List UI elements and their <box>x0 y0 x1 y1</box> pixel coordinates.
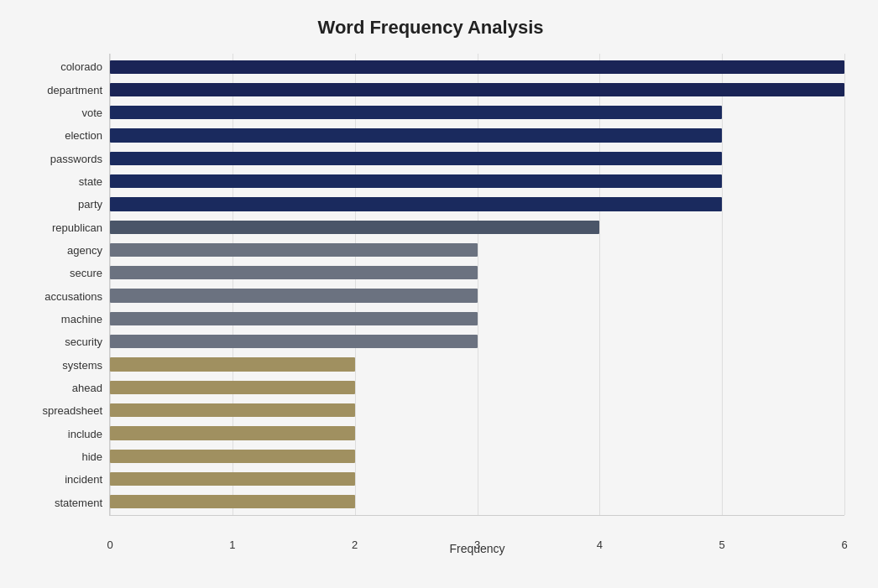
bar-row <box>110 169 844 192</box>
y-label: security <box>65 336 102 347</box>
bar <box>110 243 478 257</box>
y-label: spreadsheet <box>42 405 102 416</box>
y-label: election <box>65 130 102 141</box>
bar <box>110 289 478 302</box>
chart-title: Word Frequency Analysis <box>17 17 844 39</box>
bar <box>110 495 355 508</box>
bar-row <box>110 216 844 238</box>
bar-row <box>110 376 844 398</box>
bar <box>110 335 478 348</box>
y-label: agency <box>67 245 102 256</box>
bar <box>110 83 844 96</box>
y-label: systems <box>62 360 102 371</box>
bar-row <box>110 101 844 124</box>
bar-row <box>110 78 844 101</box>
bar-row <box>110 284 844 307</box>
bar <box>110 60 844 74</box>
bar-row <box>110 330 844 353</box>
bar <box>110 472 355 486</box>
bar-row <box>110 193 844 216</box>
y-label: accusations <box>44 291 102 302</box>
y-label: secure <box>70 268 102 278</box>
y-label: state <box>79 176 102 187</box>
bar <box>110 381 355 394</box>
bar <box>110 450 355 463</box>
bar-row <box>110 238 844 261</box>
y-label: ahead <box>72 382 102 393</box>
bar-row <box>110 262 844 284</box>
bar <box>110 357 355 371</box>
bar <box>110 106 722 119</box>
chart-container: Word Frequency Analysis coloradodepartme… <box>0 0 878 588</box>
bar-row <box>110 307 844 330</box>
y-label: include <box>68 429 102 440</box>
y-label: republican <box>52 222 102 233</box>
bar-row <box>110 353 844 376</box>
y-label: hide <box>81 451 102 462</box>
y-label: colorado <box>60 61 102 72</box>
bar-row <box>110 467 844 490</box>
bar <box>110 152 722 165</box>
bar <box>110 197 722 211</box>
y-label: machine <box>61 314 102 325</box>
bar <box>110 312 478 325</box>
y-label: department <box>47 85 102 96</box>
bar <box>110 174 722 188</box>
grid-line <box>844 54 845 515</box>
chart-area: coloradodepartmentvoteelectionpasswordss… <box>17 54 844 516</box>
y-label: vote <box>81 107 102 118</box>
y-axis: coloradodepartmentvoteelectionpasswordss… <box>17 54 109 516</box>
y-label: party <box>78 199 102 210</box>
bar <box>110 221 599 234</box>
bar-row <box>110 147 844 169</box>
y-label: incident <box>65 474 102 485</box>
bar-row <box>110 398 844 421</box>
plot-area: 0123456 Frequency <box>109 54 844 516</box>
bar-row <box>110 124 844 147</box>
y-label: statement <box>55 497 102 508</box>
bar-row <box>110 445 844 467</box>
bar <box>110 128 722 142</box>
bar-row <box>110 491 844 513</box>
bar-row <box>110 422 844 445</box>
bar-row <box>110 55 844 78</box>
bar <box>110 266 478 279</box>
y-label: passwords <box>50 154 102 164</box>
bar <box>110 426 355 440</box>
x-axis-title: Frequency <box>110 542 844 555</box>
bar <box>110 403 355 417</box>
